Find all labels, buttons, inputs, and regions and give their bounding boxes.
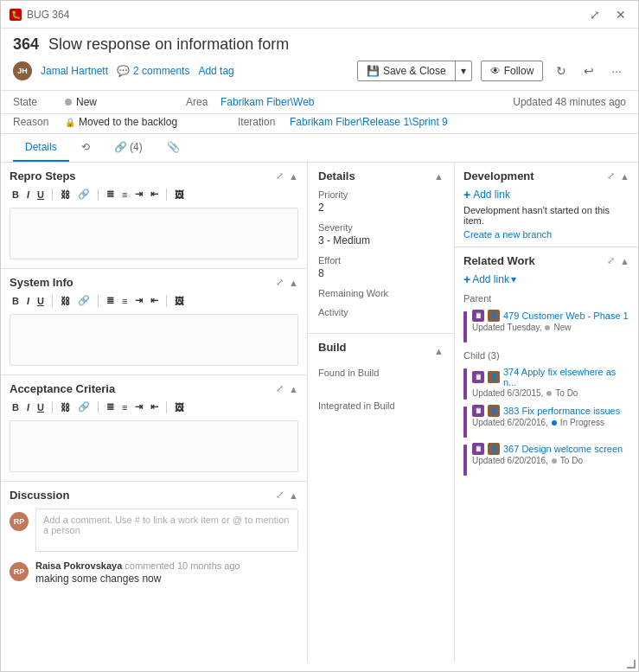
disc-expand-icon[interactable]: ⤢: [276, 490, 284, 501]
maximize-button[interactable]: ⤢: [586, 6, 604, 23]
system-info-input[interactable]: [10, 314, 298, 366]
area-value[interactable]: Fabrikam Fiber\Web: [220, 96, 314, 108]
si-indent-button[interactable]: ⇥: [132, 294, 145, 307]
tab-links[interactable]: 🔗 (4): [102, 134, 155, 162]
ac-expand-icon[interactable]: ⤢: [276, 383, 284, 394]
add-tag-button[interactable]: Add tag: [198, 65, 233, 77]
build-collapse-icon[interactable]: ▲: [434, 346, 444, 356]
state-dot: [65, 99, 72, 106]
found-in-build-value[interactable]: [318, 380, 444, 392]
tab-links-count: (4): [130, 141, 143, 153]
link2-button[interactable]: 🔗: [75, 188, 93, 201]
repro-expand-icon[interactable]: ⤢: [276, 170, 284, 182]
image-button[interactable]: 🖼: [172, 189, 187, 201]
child-383-status: In Progress: [560, 418, 604, 427]
repro-steps-input[interactable]: [10, 208, 298, 259]
disc-collapse-icon[interactable]: ▲: [289, 490, 298, 501]
resize-handle[interactable]: [627, 660, 636, 669]
close-button[interactable]: ✕: [612, 6, 629, 23]
outdent-button[interactable]: ⇤: [148, 188, 161, 201]
effort-value[interactable]: 8: [318, 267, 444, 279]
save-close-main[interactable]: 💾 Save & Close: [358, 61, 456, 80]
sysinfo-collapse-icon[interactable]: ▲: [289, 278, 298, 288]
child-374-id-title[interactable]: 374 Apply fix elsewhere as n...: [503, 367, 629, 387]
child-374-id: 374: [503, 367, 519, 377]
follow-button[interactable]: 👁 Follow: [481, 61, 544, 81]
child-367-updated: Updated 6/20/2016,: [472, 456, 548, 465]
child-383-id-title[interactable]: 383 Fix performance issues: [503, 406, 620, 416]
child-367-status-dot: [552, 458, 557, 464]
child-383-title: Fix performance issues: [521, 406, 620, 416]
italic-button[interactable]: I: [24, 189, 32, 201]
child-367-id-title[interactable]: 367 Design welcome screen: [503, 444, 623, 454]
bullets-button[interactable]: ≣: [104, 188, 117, 201]
child-367-title: Design welcome screen: [521, 444, 623, 454]
si-bullets-button[interactable]: ≣: [104, 294, 117, 307]
child-367-color-bar: [463, 445, 467, 476]
details-collapse-icon[interactable]: ▲: [434, 171, 444, 182]
integrated-in-build-label: Integrated in Build: [318, 400, 444, 411]
si-bold-button[interactable]: B: [10, 295, 22, 307]
priority-value[interactable]: 2: [318, 202, 444, 214]
related-add-link-button[interactable]: + Add link ▾: [463, 272, 516, 286]
link1-button[interactable]: ⛓: [58, 189, 73, 201]
follow-label: Follow: [504, 65, 534, 77]
dev-add-link-button[interactable]: + Add link: [463, 188, 510, 202]
tab-attachments[interactable]: 📎: [155, 134, 192, 162]
sysinfo-expand-icon[interactable]: ⤢: [276, 277, 284, 288]
child-work-item-374[interactable]: 📋 👤 374 Apply fix elsewhere as n... Upda…: [463, 364, 629, 402]
acceptance-criteria-input[interactable]: [10, 420, 298, 472]
related-expand-icon[interactable]: ⤢: [607, 255, 615, 266]
undo-button[interactable]: ↩: [579, 62, 598, 80]
save-close-dropdown[interactable]: ▾: [456, 61, 471, 80]
dev-collapse-icon[interactable]: ▲: [620, 171, 629, 182]
indent-button[interactable]: ⇥: [132, 188, 145, 201]
ac-bold-button[interactable]: B: [10, 401, 22, 413]
child-work-item-367[interactable]: 📋 👤 367 Design welcome screen Updated 6/…: [463, 440, 629, 478]
parent-work-item[interactable]: 📋 👤 479 Customer Web - Phase 1 Updated T…: [463, 307, 629, 345]
tab-details[interactable]: Details: [13, 134, 69, 162]
ac-outdent-button[interactable]: ⇤: [148, 400, 161, 413]
si-italic-button[interactable]: I: [24, 295, 32, 307]
more-options-button[interactable]: ···: [607, 62, 626, 80]
ac-image-button[interactable]: 🖼: [172, 401, 187, 413]
ac-underline-button[interactable]: U: [35, 401, 47, 413]
refresh-button[interactable]: ↻: [552, 62, 571, 80]
integrated-in-build-value[interactable]: [318, 413, 444, 425]
ac-numbered-button[interactable]: ≡: [119, 401, 130, 413]
work-item-number: 364: [13, 35, 39, 53]
severity-value[interactable]: 3 - Medium: [318, 234, 444, 246]
si-numbered-button[interactable]: ≡: [119, 295, 130, 307]
child-367-status: To Do: [560, 456, 583, 465]
repro-collapse-icon[interactable]: ▲: [289, 171, 298, 182]
ac-bullets-button[interactable]: ≣: [104, 400, 117, 413]
assignee-name[interactable]: Jamal Hartnett: [41, 65, 108, 77]
title-bar-right: ⤢ ✕: [586, 6, 629, 23]
child-work-item-383[interactable]: 📋 👤 383 Fix performance issues Updated 6…: [463, 402, 629, 440]
tab-history[interactable]: ⟲: [69, 134, 102, 162]
remaining-work-field: Remaining Work: [318, 288, 444, 298]
ac-indent-button[interactable]: ⇥: [132, 400, 145, 413]
parent-id-title[interactable]: 479 Customer Web - Phase 1: [503, 310, 629, 321]
create-branch-link[interactable]: Create a new branch: [463, 229, 629, 240]
numbered-list-button[interactable]: ≡: [119, 189, 130, 201]
related-collapse-icon[interactable]: ▲: [620, 256, 629, 266]
si-underline-button[interactable]: U: [35, 295, 47, 307]
ac-italic-button[interactable]: I: [24, 401, 32, 413]
underline-button[interactable]: U: [35, 189, 47, 201]
dev-expand-icon[interactable]: ⤢: [607, 170, 615, 182]
comments-link[interactable]: 💬 2 comments: [117, 65, 189, 77]
si-outdent-button[interactable]: ⇤: [148, 294, 161, 307]
si-image-button[interactable]: 🖼: [172, 295, 187, 307]
bold-button[interactable]: B: [10, 189, 22, 201]
ac-collapse-icon[interactable]: ▲: [289, 384, 298, 394]
iteration-value[interactable]: Fabrikam Fiber\Release 1\Sprint 9: [290, 116, 448, 128]
dev-title: Development: [463, 170, 534, 182]
state-value[interactable]: New: [65, 96, 169, 108]
ac-link1-button[interactable]: ⛓: [58, 401, 73, 413]
bug-icon: 🐛: [10, 9, 22, 21]
si-link2-button[interactable]: 🔗: [75, 294, 93, 307]
ac-link2-button[interactable]: 🔗: [75, 400, 93, 413]
si-link1-button[interactable]: ⛓: [58, 295, 73, 307]
comment-input[interactable]: Add a comment. Use # to link a work item…: [35, 509, 298, 552]
